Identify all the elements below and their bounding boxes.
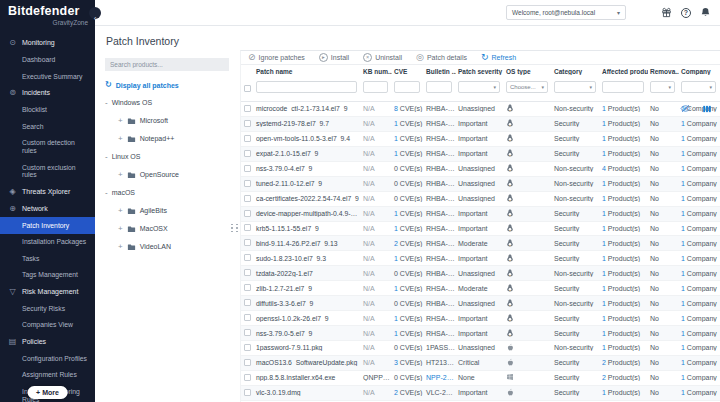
column-header[interactable]: Patch name (254, 68, 361, 75)
bulletin-id[interactable]: RHSA-202... (424, 120, 456, 127)
row-checkbox[interactable] (244, 269, 251, 276)
sidebar-item[interactable]: Blocklist (0, 102, 95, 119)
bulletin-id[interactable]: RHSA-202... (424, 255, 456, 262)
table-row[interactable]: diffutils-3.3-6.el7_9 N/A 0 CVE(s) RHBA-… (241, 296, 720, 311)
table-row[interactable]: sudo-1.8.23-10.el7_9.3 N/A 1 CVE(s) RHSA… (241, 251, 720, 266)
toolbar-action[interactable]: ⊘ Ignore patches (248, 53, 305, 62)
column-header[interactable]: Bulletin ... (424, 68, 456, 75)
bulletin-id[interactable]: RHBA-202... (424, 165, 456, 172)
table-row[interactable]: nss-3.79.0-5.el7_9 N/A 1 CVE(s) RHSA-202… (241, 326, 720, 341)
sidebar-collapse-button[interactable] (89, 7, 101, 19)
table-row[interactable]: device-mapper-multipath-0.4.9-136.el7_9 … (241, 207, 720, 222)
panel-splitter[interactable] (231, 219, 238, 237)
tree-item[interactable]: VideoLAN (118, 242, 229, 251)
row-checkbox[interactable] (244, 239, 251, 246)
table-row[interactable]: tzdata-2022g-1.el7 N/A 0 CVE(s) RHBA-202… (241, 266, 720, 281)
tree-item[interactable]: macOS (105, 188, 229, 197)
table-row[interactable]: krb5-1.15.1-55.el7_9 N/A 1 CVE(s) RHSA-2… (241, 222, 720, 237)
gift-icon[interactable] (661, 7, 672, 18)
sidebar-item[interactable]: Custom exclusion rules (0, 159, 95, 183)
tree-item[interactable]: Notepad++ (118, 134, 229, 143)
table-row[interactable]: macOS13.6_SoftwareUpdate.pkg N/A 3 CVE(s… (241, 356, 720, 371)
row-checkbox[interactable] (244, 195, 251, 202)
column-header[interactable]: CVE (392, 68, 424, 75)
bulletin-id[interactable]: RHBA-202... (424, 195, 456, 202)
sidebar-item[interactable]: ▽ Risk Management (0, 284, 95, 301)
collapse-indicator-icon[interactable] (105, 152, 108, 161)
table-row[interactable]: expat-2.1.0-15.el7_9 N/A 1 CVE(s) RHSA-2… (241, 147, 720, 162)
table-row[interactable]: tuned-2.11.0-12.el7_9 N/A 0 CVE(s) RHBA-… (241, 177, 720, 192)
table-row[interactable]: systemd-219-78.el7_9.7 N/A 1 CVE(s) RHSA… (241, 117, 720, 132)
bulletin-id[interactable]: 1PASSWO... (424, 344, 456, 351)
bulletin-id[interactable]: RHSA-202... (424, 330, 456, 337)
tree-item[interactable]: MacOSX (118, 224, 229, 233)
row-checkbox[interactable] (244, 150, 251, 157)
column-header[interactable]: OS type (504, 68, 552, 75)
tree-item[interactable]: AgileBits (118, 206, 229, 215)
sidebar-item[interactable]: Search (0, 118, 95, 135)
table-row[interactable]: nss-3.79.0-4.el7_9 N/A 0 CVE(s) RHBA-202… (241, 162, 720, 177)
sidebar-item[interactable]: Tags Management (0, 267, 95, 284)
more-button[interactable]: + More (27, 386, 68, 399)
bulletin-id[interactable]: HT213931 (424, 359, 456, 366)
row-checkbox[interactable] (244, 120, 251, 127)
sidebar-item[interactable]: Assignment Rules (0, 367, 95, 384)
row-checkbox[interactable] (244, 389, 251, 396)
column-header[interactable]: Remova... (648, 68, 679, 75)
sidebar-item[interactable]: Dashboard (0, 52, 95, 69)
tree-item[interactable]: OpenSource (118, 170, 229, 179)
display-all-patches-link[interactable]: ↻ Display all patches (105, 81, 229, 89)
bulletin-id[interactable]: RHSA-202... (424, 240, 456, 247)
columns-icon[interactable] (702, 104, 712, 114)
column-filter-select[interactable] (681, 81, 716, 93)
sidebar-item[interactable]: Tasks (0, 250, 95, 267)
row-checkbox[interactable] (244, 314, 251, 321)
table-row[interactable]: ca-certificates-2022.2.54-74.el7_9 N/A 0… (241, 192, 720, 207)
column-header[interactable]: Category (552, 68, 600, 75)
table-row[interactable]: vlc-3.0.19.dmg N/A 2 CVE(s) VLC-231814 I… (241, 386, 720, 401)
table-row[interactable]: bind-9.11.4-26.P2.el7_9.13 N/A 2 CVE(s) … (241, 236, 720, 251)
table-row[interactable]: npp.8.5.8.Installer.x64.exe QNPP8558 0 C… (241, 371, 720, 386)
bulletin-id[interactable]: RHBA-202... (424, 300, 456, 307)
tree-item[interactable]: Microsoft (118, 116, 229, 125)
bulletin-id[interactable]: RHSA-202... (424, 135, 456, 142)
row-checkbox[interactable] (244, 135, 251, 142)
bulletin-id[interactable]: RHBA-202... (424, 270, 456, 277)
toolbar-action[interactable]: ▸ Install (319, 53, 349, 62)
row-checkbox[interactable] (244, 344, 251, 351)
sidebar-item[interactable]: Executive Summary (0, 68, 95, 85)
bulletin-id[interactable]: RHSA-202... (424, 225, 456, 232)
account-menu[interactable]: Welcome, root@nebula.local (506, 5, 626, 20)
row-checkbox[interactable] (244, 299, 251, 306)
bell-icon[interactable] (700, 7, 711, 18)
column-filter-select[interactable] (554, 81, 596, 93)
bulletin-id[interactable]: VLC-231814 (424, 389, 456, 396)
expand-indicator-icon[interactable] (118, 116, 123, 125)
column-filter-select[interactable]: Choose... (506, 81, 548, 93)
column-header[interactable]: Company (679, 68, 720, 75)
table-row[interactable]: openssl-1.0.2k-26.el7_9 N/A 1 CVE(s) RHS… (241, 311, 720, 326)
column-filter-input[interactable] (602, 81, 644, 93)
toolbar-action[interactable]: × Uninstall (363, 53, 402, 62)
tree-item[interactable]: Linux OS (105, 152, 229, 161)
bulletin-id[interactable]: RHSA-202... (424, 285, 456, 292)
row-checkbox[interactable] (244, 359, 251, 366)
sidebar-item[interactable]: Patch Inventory (0, 217, 95, 234)
sidebar-item[interactable]: ▤ Policies (0, 334, 95, 351)
row-checkbox[interactable] (244, 180, 251, 187)
sidebar-item[interactable]: ⊙ Monitoring (0, 35, 95, 52)
sidebar-item[interactable]: ⊕ Network (0, 200, 95, 217)
sidebar-item[interactable]: Security Risks (0, 300, 95, 317)
column-header[interactable]: KB num... (361, 68, 392, 75)
sidebar-item[interactable]: Installation Packages (0, 234, 95, 251)
row-checkbox[interactable] (244, 374, 251, 381)
row-checkbox[interactable] (244, 254, 251, 261)
row-checkbox[interactable] (244, 210, 251, 217)
eye-off-icon[interactable] (680, 103, 691, 114)
sidebar-item[interactable]: ◈ Threats Xplorer (0, 184, 95, 201)
column-filter-select[interactable] (458, 81, 500, 93)
column-filter-input[interactable] (256, 81, 357, 93)
select-all-checkbox[interactable] (244, 85, 251, 92)
bulletin-id[interactable]: RHSA-202... (424, 150, 456, 157)
bulletin-id[interactable]: RHSA-202... (424, 315, 456, 322)
